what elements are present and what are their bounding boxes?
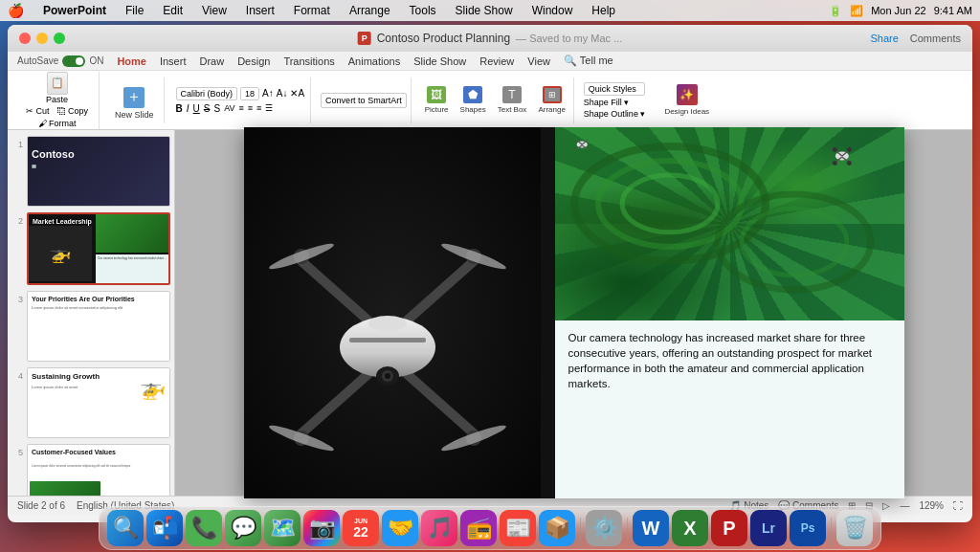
- maximize-button[interactable]: [54, 33, 65, 44]
- quick-styles-button[interactable]: Quick Styles: [584, 82, 646, 96]
- slide-2-bg: Market Leadership 🚁 Our camera technolog…: [29, 214, 168, 283]
- dock-finder[interactable]: 🔍: [107, 510, 144, 546]
- dock-mail[interactable]: 📬: [146, 510, 183, 546]
- apple-menu[interactable]: 🍎: [8, 3, 24, 18]
- slide-canvas: Market Leadership: [175, 130, 972, 496]
- slide-thumbnail-1[interactable]: 1 Contoso 🏢: [11, 136, 170, 207]
- increase-font[interactable]: A↑: [262, 88, 274, 99]
- slide-num-1: 1: [11, 140, 23, 149]
- app-menu-insert[interactable]: Insert: [242, 4, 278, 17]
- font-select[interactable]: Calibri (Body): [176, 87, 238, 100]
- picture-button[interactable]: 🖼 Picture: [421, 84, 453, 116]
- convert-smartart-button[interactable]: Convert to SmartArt: [321, 93, 407, 108]
- ribbon-tab-view[interactable]: View: [527, 55, 550, 67]
- dock-itunes[interactable]: 🎵: [421, 510, 457, 546]
- paste-button[interactable]: 📋 Paste: [46, 72, 68, 104]
- font-size[interactable]: 18: [240, 87, 259, 100]
- slide-thumbnail-4[interactable]: 4 Sustaining Growth 🚁 Lorem ipsum dolor …: [11, 367, 170, 438]
- app-menu-powerpoint[interactable]: PowerPoint: [39, 4, 110, 17]
- svg-point-18: [574, 146, 766, 261]
- slide-4-preview[interactable]: Sustaining Growth 🚁 Lorem ipsum dolor si…: [27, 367, 170, 438]
- main-area: 1 Contoso 🏢 2 Market Leadership: [8, 130, 972, 496]
- shapes-button[interactable]: ⬟ Shapes: [457, 84, 490, 116]
- svg-point-8: [267, 240, 335, 273]
- ribbon-tab-design[interactable]: Design: [237, 55, 270, 67]
- app-menu-window[interactable]: Window: [528, 4, 577, 17]
- slide-3-preview[interactable]: Your Priorities Are Our Priorities Lorem…: [27, 291, 170, 362]
- format-painter-button[interactable]: 🖌 Format: [35, 118, 79, 129]
- comments-button[interactable]: Comments: [910, 33, 961, 44]
- slide-num-5: 5: [11, 448, 23, 457]
- slide-5-preview[interactable]: Customer-Focused Values Lorem ipsum dolo…: [27, 444, 170, 496]
- underline-button[interactable]: U: [193, 103, 200, 114]
- app-menu-edit[interactable]: Edit: [159, 4, 187, 17]
- dock-calendar[interactable]: JUN 22: [343, 510, 379, 546]
- ribbon-tab-review[interactable]: Review: [479, 55, 514, 67]
- ribbon-tab-animations[interactable]: Animations: [348, 55, 400, 67]
- aerial-drones-svg: [555, 127, 904, 320]
- fit-slide-button[interactable]: ⛶: [953, 500, 963, 511]
- dock-appstore[interactable]: 📦: [539, 510, 575, 546]
- title-bar-actions: Share Comments: [870, 33, 961, 44]
- close-button[interactable]: [19, 33, 31, 44]
- strikethrough-button[interactable]: S: [204, 103, 211, 114]
- slide-2-preview[interactable]: Market Leadership 🚁 Our camera technolog…: [27, 212, 170, 285]
- window-controls[interactable]: [19, 33, 65, 44]
- shadow-button[interactable]: S: [213, 103, 220, 114]
- shape-outline-button[interactable]: Shape Outline ▾: [584, 109, 646, 119]
- share-button[interactable]: Share: [870, 33, 898, 44]
- slide-thumbnail-2[interactable]: 2 Market Leadership 🚁 Our camera technol…: [11, 212, 170, 285]
- dock-phone[interactable]: 📞: [186, 510, 222, 546]
- menu-date-time: Mon Jun 22: [871, 5, 925, 16]
- dock-zoom[interactable]: 🤝: [382, 510, 418, 546]
- copy-button[interactable]: ⿻ Copy: [55, 105, 92, 117]
- app-menu-slideshow[interactable]: Slide Show: [452, 4, 517, 17]
- cut-button[interactable]: ✂ Cut: [23, 105, 53, 117]
- arrange-label: Arrange: [538, 105, 565, 114]
- autosave-toggle[interactable]: [62, 55, 85, 67]
- textbox-button[interactable]: T Text Box: [494, 84, 531, 116]
- ribbon-tab-draw[interactable]: Draw: [199, 55, 224, 67]
- dock-lightroom[interactable]: Lr: [750, 510, 787, 546]
- app-menu-file[interactable]: File: [122, 4, 147, 17]
- dock-news[interactable]: 📰: [500, 510, 536, 546]
- dock-word[interactable]: W: [633, 510, 669, 546]
- slide-thumbnail-5[interactable]: 5 Customer-Focused Values Lorem ipsum do…: [11, 444, 170, 496]
- ribbon-tab-slideshow[interactable]: Slide Show: [413, 55, 466, 67]
- ribbon-tab-home[interactable]: Home: [117, 55, 146, 67]
- ribbon-tab-transitions[interactable]: Transitions: [283, 55, 334, 67]
- dock-trash[interactable]: 🗑️: [836, 510, 873, 546]
- char-spacing-button[interactable]: AV: [224, 103, 234, 113]
- align-center-button[interactable]: ≡: [248, 103, 253, 113]
- app-menu-arrange[interactable]: Arrange: [345, 4, 394, 17]
- align-left-button[interactable]: ≡: [239, 103, 244, 113]
- dock-excel[interactable]: X: [672, 510, 708, 546]
- app-menu-help[interactable]: Help: [588, 4, 619, 17]
- view-reading-button[interactable]: ▷: [882, 500, 890, 511]
- slide-thumbnail-3[interactable]: 3 Your Priorities Are Our Priorities Lor…: [11, 291, 170, 362]
- bullets-button[interactable]: ☰: [265, 103, 273, 113]
- ribbon-tab-insert[interactable]: Insert: [160, 55, 187, 67]
- dock-photoshop[interactable]: Ps: [790, 510, 826, 546]
- arrange-button[interactable]: ⊞ Arrange: [534, 84, 568, 116]
- dock-powerpoint[interactable]: P: [711, 510, 747, 546]
- dock-maps[interactable]: 🗺️: [264, 510, 301, 546]
- app-menu-tools[interactable]: Tools: [406, 4, 440, 17]
- dock-settings[interactable]: ⚙️: [586, 510, 622, 546]
- decrease-font[interactable]: A↓: [277, 88, 288, 99]
- new-slide-button[interactable]: ＋ New Slide: [111, 85, 158, 121]
- dock-messages[interactable]: 💬: [225, 510, 261, 546]
- slide-1-preview[interactable]: Contoso 🏢: [27, 136, 170, 207]
- dock-podcasts[interactable]: 📻: [460, 510, 497, 546]
- design-ideas-button[interactable]: ✨ Design Ideas: [660, 82, 713, 118]
- bold-button[interactable]: B: [176, 103, 183, 114]
- app-menu-view[interactable]: View: [198, 4, 231, 17]
- italic-button[interactable]: I: [187, 103, 189, 114]
- clear-format[interactable]: ✕A: [290, 88, 304, 99]
- minimize-button[interactable]: [36, 33, 48, 44]
- shape-fill-button[interactable]: Shape Fill ▾: [584, 98, 646, 107]
- ribbon-tab-tellme[interactable]: 🔍 Tell me: [564, 55, 613, 67]
- align-right-button[interactable]: ≡: [256, 103, 261, 113]
- app-menu-format[interactable]: Format: [290, 4, 334, 17]
- dock-photos[interactable]: 📷: [303, 510, 340, 546]
